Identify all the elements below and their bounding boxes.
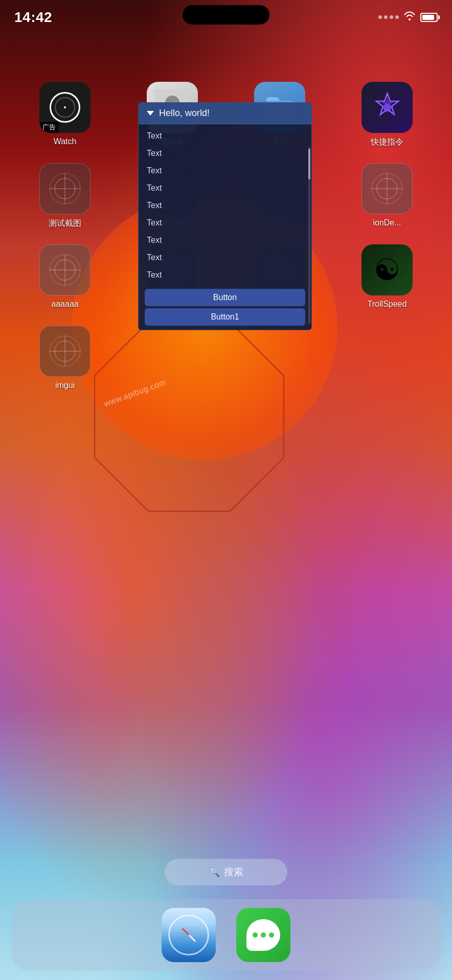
signal-dot-4 xyxy=(395,15,399,19)
dropdown-button-0[interactable]: Button xyxy=(145,289,305,306)
app-row-4: imgui xyxy=(11,326,441,390)
messages-dot-2 xyxy=(261,932,266,938)
messages-bubble xyxy=(246,919,280,951)
scrollbar-track xyxy=(308,147,310,324)
messages-dot-1 xyxy=(253,932,258,938)
dropdown-item-8[interactable]: Text xyxy=(139,266,311,284)
app-icon-empty3 xyxy=(254,326,305,377)
dropdown-item-5[interactable]: Text xyxy=(139,214,311,232)
app-item-shortcuts[interactable]: 快捷指令 xyxy=(359,82,415,148)
app-icon-empty2 xyxy=(147,326,198,377)
app-label-screenshot: 测试截图 xyxy=(49,218,81,229)
app-item-watch[interactable]: 广告 Watch xyxy=(37,82,93,148)
dropdown-item-6[interactable]: Text xyxy=(139,232,311,249)
app-icon-shortcuts[interactable] xyxy=(361,82,413,133)
app-icon-aaaaaa[interactable] xyxy=(39,244,91,295)
app-item-empty2 xyxy=(144,326,200,390)
dropdown-header: Hello, world! xyxy=(139,103,311,124)
app-icon-empty4 xyxy=(361,326,413,377)
app-label-shortcuts: 快捷指令 xyxy=(371,137,403,148)
signal-dot-1 xyxy=(378,15,382,19)
dropdown-button-1[interactable]: Button1 xyxy=(145,308,305,326)
app-item-empty4 xyxy=(359,326,415,390)
app-icon-screenshot[interactable] xyxy=(39,163,91,214)
app-item-imgui[interactable]: imgui xyxy=(37,326,93,390)
search-icon: 🔍 xyxy=(209,867,220,878)
app-label-aaaaaa: aaaaaa xyxy=(51,300,78,309)
scrollbar-thumb[interactable] xyxy=(308,149,310,179)
signal-dots xyxy=(378,15,399,19)
dropdown-item-0[interactable]: Text xyxy=(139,127,311,145)
wifi-icon xyxy=(404,11,415,23)
app-item-screenshot[interactable]: 测试截图 xyxy=(37,163,93,229)
dock-icon-safari[interactable] xyxy=(162,908,216,962)
dropdown-item-7[interactable]: Text xyxy=(139,249,311,266)
app-icon-actionde[interactable] xyxy=(361,163,413,214)
dropdown-item-1[interactable]: Text xyxy=(139,145,311,162)
messages-dot-3 xyxy=(269,932,274,938)
safari-ticks xyxy=(168,915,209,955)
dropdown-triangle-icon xyxy=(147,111,154,116)
status-time: 14:42 xyxy=(14,9,52,26)
dock-app-safari[interactable] xyxy=(162,908,216,962)
signal-dot-3 xyxy=(390,15,393,19)
dropdown-panel[interactable]: Hello, world! Text Text Text Text Text T… xyxy=(138,102,312,330)
dropdown-scroll-area[interactable]: Text Text Text Text Text Text Text Text … xyxy=(139,124,311,287)
trollspeed-symbol: ☯ xyxy=(374,255,400,285)
status-icons xyxy=(378,11,438,23)
battery-fill xyxy=(422,15,434,20)
status-bar: 14:42 xyxy=(0,0,452,28)
app-item-actionde[interactable]: ionDe... xyxy=(359,163,415,229)
dropdown-title: Hello, world! xyxy=(159,108,210,119)
dropdown-item-4[interactable]: Text xyxy=(139,197,311,214)
dock-icon-messages[interactable] xyxy=(236,908,290,962)
signal-dot-2 xyxy=(384,15,388,19)
messages-dots xyxy=(253,932,274,938)
battery-icon xyxy=(420,13,438,22)
dock xyxy=(11,899,441,971)
safari-compass xyxy=(168,915,209,955)
app-item-empty3 xyxy=(252,326,308,390)
app-item-aaaaaa[interactable]: aaaaaa xyxy=(37,244,93,310)
dock-app-messages[interactable] xyxy=(236,908,290,962)
app-label-watch: Watch xyxy=(54,137,77,146)
search-label: 搜索 xyxy=(224,865,243,879)
app-item-trollspeed[interactable]: ☯ TrollSpeed xyxy=(359,244,415,310)
ad-badge: 广告 xyxy=(39,122,59,133)
dropdown-item-3[interactable]: Text xyxy=(139,179,311,197)
app-icon-trollspeed[interactable]: ☯ xyxy=(361,244,413,295)
search-bar[interactable]: 🔍 搜索 xyxy=(165,859,287,885)
app-icon-imgui[interactable] xyxy=(39,326,91,377)
svg-point-42 xyxy=(169,916,208,954)
dropdown-item-2[interactable]: Text xyxy=(139,162,311,179)
app-label-trollspeed: TrollSpeed xyxy=(368,300,407,309)
app-label-imgui: imgui xyxy=(55,381,75,390)
app-label-actionde: ionDe... xyxy=(373,218,401,227)
dynamic-island xyxy=(183,5,269,25)
app-icon-watch[interactable]: 广告 xyxy=(39,82,91,133)
